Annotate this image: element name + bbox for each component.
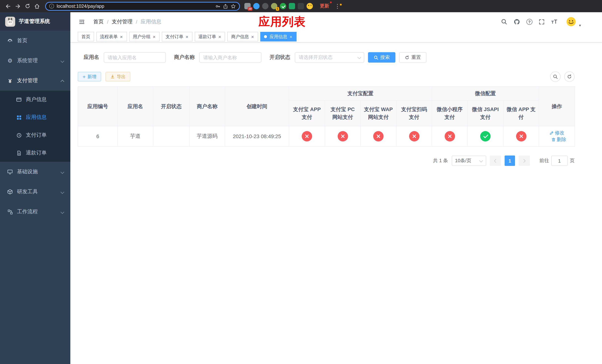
close-icon[interactable]: × xyxy=(289,34,293,39)
goto-page-input[interactable] xyxy=(551,156,568,166)
bookmark-star-icon[interactable] xyxy=(231,3,236,9)
goto-page: 前往 页 xyxy=(539,156,575,166)
sidebar-item-merchant-info[interactable]: 商户信息 xyxy=(0,91,70,108)
collapse-sidebar-icon[interactable] xyxy=(77,17,87,26)
sidebar-item-system[interactable]: ⚙ 系统管理 xyxy=(0,51,70,71)
chevron-left-icon xyxy=(494,159,498,162)
site-info-icon[interactable]: i xyxy=(49,4,54,9)
close-icon[interactable]: × xyxy=(119,34,123,39)
close-icon[interactable]: × xyxy=(218,34,222,39)
tab-home[interactable]: 首页 xyxy=(78,32,94,42)
refresh-icon[interactable] xyxy=(564,72,575,82)
password-key-icon[interactable] xyxy=(215,3,220,9)
cell-created-time: 2021-10-23 08:49:25 xyxy=(225,126,289,146)
export-button[interactable]: 导出 xyxy=(106,72,130,81)
cell-merchant-name: 芋道源码 xyxy=(189,126,225,146)
gear-icon: ⚙ xyxy=(7,57,13,64)
breadcrumb-home[interactable]: 首页 xyxy=(93,18,104,25)
url-text[interactable]: localhost:1024/pay/app xyxy=(57,3,213,9)
breadcrumb-payment[interactable]: 支付管理 xyxy=(112,18,133,25)
sidebar-item-label: 支付订单 xyxy=(26,132,47,139)
tab-app-info[interactable]: 应用信息× xyxy=(260,32,296,42)
goto-label: 前往 xyxy=(539,157,549,164)
browser-reload-button[interactable] xyxy=(23,2,32,11)
close-icon[interactable]: × xyxy=(251,34,254,39)
profile-extension-icon[interactable]: 1 xyxy=(271,3,277,9)
github-icon[interactable] xyxy=(514,18,520,25)
sidebar-item-refund-orders[interactable]: 退款订单 xyxy=(0,144,70,162)
sidebar-item-workflow[interactable]: 工作流程 xyxy=(0,202,70,222)
search-button-label: 搜索 xyxy=(380,54,390,61)
font-size-icon[interactable] xyxy=(551,19,558,25)
edit-link-label: 修改 xyxy=(555,130,564,136)
sidebar-item-label: 应用信息 xyxy=(26,114,47,121)
next-page-button[interactable] xyxy=(519,156,530,166)
fullscreen-icon[interactable] xyxy=(539,19,545,25)
help-icon[interactable]: ? xyxy=(527,19,532,25)
app-logo[interactable]: 芋道管理系统 xyxy=(0,12,70,31)
sidebar-item-label: 研发工具 xyxy=(17,189,38,195)
cell-wechat-app xyxy=(503,126,539,146)
page-number-1[interactable]: 1 xyxy=(505,156,515,166)
extensions-puzzle-icon[interactable]: 10 xyxy=(244,3,251,9)
add-button[interactable]: + 新增 xyxy=(78,72,101,81)
monitor-icon xyxy=(7,169,13,175)
search-button[interactable]: 搜索 xyxy=(368,52,395,63)
merchant-name-input[interactable] xyxy=(199,52,261,63)
browser-back-button[interactable] xyxy=(4,2,13,11)
sidebar-item-dev-tools[interactable]: 研发工具 xyxy=(0,182,70,202)
tab-label: 退款订单 xyxy=(198,33,216,40)
status-label: 开启状态 xyxy=(269,54,290,61)
drop-extension-icon[interactable] xyxy=(253,3,259,9)
sidebar-item-infrastructure[interactable]: 基础设施 xyxy=(0,162,70,182)
tab-refund-orders[interactable]: 退款订单× xyxy=(195,32,225,42)
app-name-input[interactable] xyxy=(104,52,166,63)
pin-extension-icon[interactable] xyxy=(298,3,304,9)
cell-wechat-jsapi xyxy=(467,126,503,146)
docs-extension-icon[interactable] xyxy=(289,3,295,9)
delete-link[interactable]: 删除 xyxy=(551,136,566,143)
emoji-extension-icon[interactable] xyxy=(307,3,313,9)
browser-update-button[interactable]: 更新 xyxy=(318,2,331,10)
total-count: 共 1 条 xyxy=(433,157,448,164)
status-cross-icon xyxy=(373,131,384,141)
browser-forward-button[interactable] xyxy=(13,2,22,11)
prev-page-button[interactable] xyxy=(490,156,501,166)
cell-actions: 修改 删除 xyxy=(539,126,575,146)
address-bar[interactable]: i localhost:1024/pay/app xyxy=(45,2,240,11)
screen: i localhost:1024/pay/app 10 1 更新 ⋮ xyxy=(0,0,602,364)
browser-home-button[interactable] xyxy=(32,2,42,11)
col-group-alipay: 支付宝配置 xyxy=(289,86,432,101)
sidebar-item-home[interactable]: 首页 xyxy=(0,31,70,51)
browser-menu-icon[interactable]: ⋮ xyxy=(333,3,343,10)
sidebar-item-app-info[interactable]: 应用信息 xyxy=(0,108,70,126)
user-avatar[interactable]: ▾ xyxy=(566,17,576,27)
edit-link[interactable]: 修改 xyxy=(549,130,564,136)
tab-process-form[interactable]: 流程表单× xyxy=(96,32,127,42)
extension-badge: 10 xyxy=(247,7,252,11)
tab-merchant-info[interactable]: 商户信息× xyxy=(227,32,258,42)
browser-chrome: i localhost:1024/pay/app 10 1 更新 ⋮ xyxy=(0,0,602,12)
tab-payment-orders[interactable]: 支付订单× xyxy=(162,32,192,42)
share-icon[interactable] xyxy=(223,3,228,9)
tab-label: 首页 xyxy=(81,33,90,40)
sidebar-item-payment[interactable]: ¥ 支付管理 xyxy=(0,71,70,91)
credit-card-icon xyxy=(16,97,22,103)
sidebar-item-label: 首页 xyxy=(17,37,27,44)
reset-button[interactable]: 重置 xyxy=(399,52,427,63)
search-icon[interactable] xyxy=(501,19,507,25)
extensions-area: 10 1 xyxy=(244,3,313,9)
status-select[interactable]: 请选择开启状态 xyxy=(295,52,364,63)
dark-extension-icon[interactable] xyxy=(262,3,269,9)
tab-user-group[interactable]: 用户分组× xyxy=(129,32,160,42)
avatar-caret-icon: ▾ xyxy=(579,23,581,27)
close-icon[interactable]: × xyxy=(185,34,189,39)
page-unit-label: 页 xyxy=(570,157,575,164)
page-size-select[interactable]: 10条/页 xyxy=(452,156,486,166)
wechat-extension-icon[interactable] xyxy=(280,3,286,9)
col-group-wechat: 微信配置 xyxy=(432,86,539,101)
close-icon[interactable]: × xyxy=(152,34,156,39)
table-row: 6 芋道 芋道源码 2021-10-23 08:49:25 xyxy=(78,126,575,146)
toggle-search-icon[interactable] xyxy=(550,72,560,82)
sidebar-item-payment-orders[interactable]: 支付订单 xyxy=(0,126,70,144)
